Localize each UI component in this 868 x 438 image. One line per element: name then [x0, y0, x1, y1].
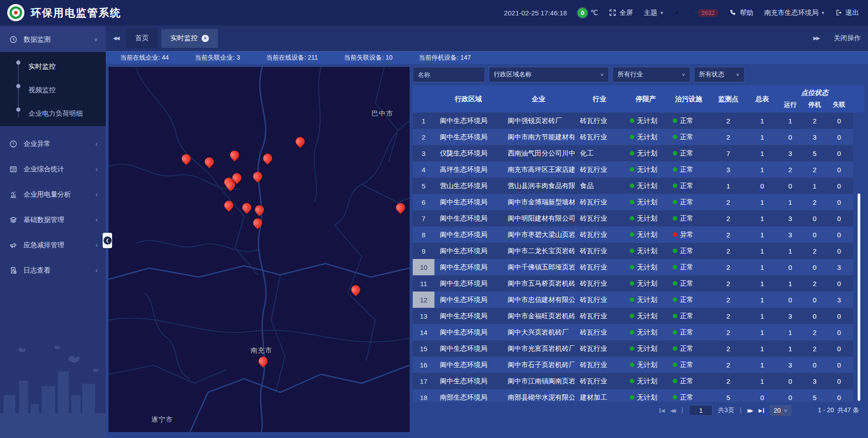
table-row[interactable]: 6阆中生态环境局阆中市金博瑞新型墙材砖瓦行业无计划正常21120: [413, 194, 853, 210]
cell-running: 2: [778, 161, 802, 178]
clock-icon: [9, 35, 18, 44]
status-dot: [630, 395, 634, 400]
stat-label: 当前停机设备: [419, 54, 457, 61]
tab[interactable]: 实时监控✕: [161, 29, 218, 48]
prev-page-button[interactable]: ◀◀: [670, 408, 676, 413]
map-pin[interactable]: [351, 285, 360, 294]
cell-production: 无计划: [624, 210, 667, 226]
pin-icon: [251, 217, 264, 229]
cell-industry: 建材加工: [575, 389, 624, 402]
name-filter-input[interactable]: [413, 67, 485, 82]
scrollbar-thumb[interactable]: [858, 193, 860, 401]
map-pin[interactable]: [263, 154, 272, 163]
status-filter-select[interactable]: 所有状态 ∨: [694, 67, 745, 82]
scrollbar[interactable]: [858, 113, 860, 402]
page-number-input[interactable]: [689, 405, 712, 416]
row-index: 13: [413, 308, 434, 324]
sidebar-subitem[interactable]: 企业电力负荷明细: [0, 102, 106, 125]
table-row[interactable]: 4高坪生态环境局南充市高坪区王家店建砖瓦行业无计划正常31220: [413, 161, 853, 178]
page-size-value: 20: [774, 407, 781, 414]
map-pin[interactable]: [226, 180, 235, 189]
sidebar-item[interactable]: 企业综合统计‹: [0, 156, 106, 182]
logout-button[interactable]: 退出: [835, 9, 859, 17]
map-pin[interactable]: [259, 357, 268, 366]
help-label: 帮助: [740, 9, 753, 17]
theme-dropdown[interactable]: 主题 ▾: [644, 9, 663, 17]
sidebar-subitem[interactable]: 视频监控: [0, 78, 106, 102]
table-row[interactable]: 9阆中生态环境局阆中市二龙长宝页岩砖砖瓦行业无计划正常21120: [413, 243, 853, 259]
map-pin[interactable]: [242, 203, 251, 212]
region-filter-select[interactable]: 行政区域名称 ∨: [489, 67, 609, 82]
cell-points: 2: [710, 129, 746, 145]
notification-bell[interactable]: 2632: [692, 9, 719, 17]
chevron-left-icon: ‹: [95, 140, 98, 147]
table-row[interactable]: 18南部生态环境局南部县砌华水泥有限公建材加工无计划正常50050: [413, 389, 853, 402]
map-pin[interactable]: [255, 205, 264, 214]
table-row[interactable]: 8阆中生态环境局阆中市枣碧大梁山页岩砖瓦行业无计划异常21300: [413, 226, 853, 243]
cell-stopped: 0: [802, 226, 827, 243]
map-pin[interactable]: [396, 203, 405, 212]
industry-filter-select[interactable]: 所有行业 ∨: [613, 67, 690, 82]
table-row[interactable]: 10阆中生态环境局阆中千佛镇五郎垭页岩砖瓦行业无计划正常21003: [413, 259, 853, 275]
table-row[interactable]: 13阆中生态环境局阆中市金福旺页岩机砖砖瓦行业无计划正常21300: [413, 308, 853, 324]
table-row[interactable]: 17阆中生态环境局阆中市江南镇阆南页岩砖瓦行业无计划正常21030: [413, 373, 853, 389]
close-operations-button[interactable]: 关闭操作: [834, 34, 861, 42]
last-page-button[interactable]: ▶: [759, 408, 764, 413]
table-row[interactable]: 7阆中生态环境局阆中明阳建材有限公司砖瓦行业无计划正常21300: [413, 210, 853, 226]
map-pin[interactable]: [230, 151, 239, 160]
map-collapse-button[interactable]: ❮: [103, 233, 112, 248]
sidebar-subitem[interactable]: 实时监控: [0, 55, 106, 78]
sidebar-item[interactable]: 日志查看‹: [0, 258, 106, 283]
map[interactable]: 巴中市南充市遂宁市: [108, 67, 410, 432]
table-row[interactable]: 16阆中生态环境局阆中市石子页岩机砖厂砖瓦行业无计划正常21300: [413, 357, 853, 373]
total-pages-label: 共3页: [718, 406, 734, 414]
cell-meters: 0: [746, 389, 778, 402]
tabs-scroll-left-icon[interactable]: ◀◀: [113, 35, 119, 41]
table-row[interactable]: 3仪陇生态环境局西南油气田分公司川中化工无计划正常71350: [413, 145, 853, 161]
table-row[interactable]: 11阆中生态环境局阆中市五马桥页岩机砖砖瓦行业无计划正常21120: [413, 275, 853, 292]
map-pin[interactable]: [182, 154, 191, 163]
map-pin[interactable]: [296, 137, 305, 146]
org-dropdown[interactable]: 南充市生态环境局 ▾: [764, 9, 824, 17]
temperature: 0 ℃: [578, 8, 598, 18]
pin-icon: [261, 152, 274, 165]
tab[interactable]: 首页: [126, 29, 158, 48]
table-row[interactable]: 15阆中生态环境局阆中市光富页岩机砖厂砖瓦行业无计划正常21120: [413, 340, 853, 357]
sidebar-item[interactable]: 企业异常‹: [0, 131, 106, 156]
map-pin[interactable]: [205, 157, 214, 166]
sidebar-item[interactable]: 基础数据管理‹: [0, 207, 106, 232]
city-label: 巴中市: [372, 109, 393, 118]
map-pin[interactable]: [224, 201, 233, 210]
table-row[interactable]: 12阆中生态环境局阆中市忠信建材有限公砖瓦行业无计划正常21003: [413, 292, 853, 308]
next-page-button[interactable]: ▶▶: [747, 408, 753, 413]
help-button[interactable]: 帮助: [729, 9, 753, 17]
mute-button[interactable]: [674, 9, 681, 16]
chevron-down-icon: ▾: [821, 10, 824, 16]
status-dot: [630, 216, 634, 221]
cell-industry: 食品: [575, 178, 624, 194]
sidebar-item[interactable]: 应急减排管理‹: [0, 232, 106, 258]
fullscreen-button[interactable]: 全屏: [609, 9, 633, 17]
cell-stopped: 5: [802, 145, 827, 161]
cell-facility: 正常: [667, 357, 710, 373]
table-row[interactable]: 5营山生态环境局营山县润丰肉食品有限食品无计划正常10010: [413, 178, 853, 194]
map-pin[interactable]: [253, 218, 262, 227]
tabs-scroll-right-icon[interactable]: ▶▶: [813, 35, 819, 41]
page-size-select[interactable]: 20 ∨: [770, 405, 792, 416]
region-filter-value: 行政区域名称: [494, 71, 532, 79]
cell-company: 阆中千佛镇五郎垭页岩: [502, 259, 575, 275]
cell-points: 2: [710, 357, 746, 373]
table-row[interactable]: 2阆中生态环境局阆中市南方节能建材有砖瓦行业无计划正常21030: [413, 129, 853, 145]
stat-label: 当前失联设备: [344, 54, 382, 61]
close-icon[interactable]: ✕: [202, 35, 209, 42]
sidebar-item[interactable]: 数据监测∨: [0, 27, 106, 52]
map-pin[interactable]: [253, 172, 262, 181]
table-row[interactable]: 1阆中生态环境局阆中强锐页岩砖厂砖瓦行业无计划正常21120: [413, 113, 853, 129]
first-page-button[interactable]: ◀: [659, 408, 665, 413]
cell-production: 无计划: [624, 259, 667, 275]
sidebar-item[interactable]: 企业用电量分析‹: [0, 182, 106, 207]
stat-item: 当前失联设备: 10: [344, 54, 392, 62]
cell-facility: 正常: [667, 324, 710, 340]
cell-facility: 正常: [667, 243, 710, 259]
table-row[interactable]: 14阆中生态环境局阆中大兴页岩机砖厂砖瓦行业无计划正常21120: [413, 324, 853, 340]
